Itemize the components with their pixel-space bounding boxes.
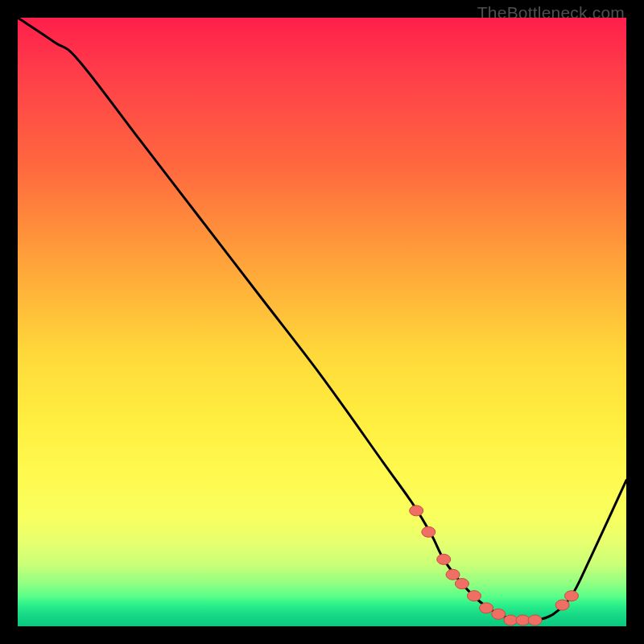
curve-marker (492, 609, 506, 619)
curve-marker (446, 569, 460, 580)
bottleneck-curve (18, 18, 626, 621)
curve-marker (437, 554, 451, 564)
curve-marker (528, 615, 542, 625)
curve-marker (564, 591, 578, 601)
curve-marker (504, 615, 518, 625)
plot-area (18, 18, 626, 626)
curve-marker (516, 615, 530, 625)
curve-marker (455, 579, 469, 589)
curve-marker (480, 603, 493, 613)
curve-marker (422, 526, 436, 537)
curve-marker (410, 506, 423, 516)
curve-marker (555, 600, 569, 610)
curve-layer (18, 18, 626, 626)
highlight-markers (410, 506, 579, 625)
chart-frame: TheBottleneck.com (0, 0, 644, 644)
curve-marker (468, 591, 481, 601)
